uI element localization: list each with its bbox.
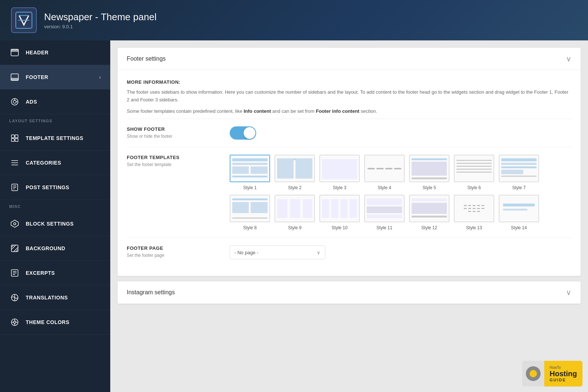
template-style-1[interactable]: Style 1 [230,155,270,190]
template-thumb-5 [409,155,449,182]
sidebar-item-template-settings[interactable]: TEMPLATE SETTINGS [0,126,110,151]
template-style-14[interactable]: Style 14 [499,195,539,230]
template-label-6: Style 6 [467,185,481,190]
footer-page-label-col: FOOTER PAGE Set the footer page [127,245,230,258]
template-thumb-8 [230,195,270,222]
template-settings-icon [9,133,20,144]
sidebar-label-footer: FOOTER [26,74,48,80]
more-info-text1: The footer uses sidebars to show informa… [127,89,571,104]
template-label-7: Style 7 [512,185,526,190]
template-thumb-1 [230,155,270,182]
collapse-chevron[interactable]: ∨ [566,54,571,63]
footer-settings-title: Footer settings [127,55,166,62]
template-thumb-11 [364,195,405,222]
top-header: Newspaper - Theme panel version: 9.0.1 [0,0,588,40]
instagram-settings-header: Instagram settings ∨ [118,281,581,304]
template-style-13[interactable]: Style 13 [454,195,494,230]
template-thumb-14 [499,195,539,222]
template-style-4[interactable]: Style 4 [364,155,405,190]
show-footer-row: SHOW FOOTER Show or hide the footer [127,119,571,147]
sidebar-arrow-footer: › [99,74,101,80]
sidebar-label-excerpts: EXCERPTS [26,270,55,276]
watermark-how: HowTo [550,366,577,370]
sidebar-item-ads[interactable]: ADS [0,90,110,114]
footer-page-row: FOOTER PAGE Set the footer page - No pag… [127,238,571,267]
sidebar-label-template-settings: TEMPLATE SETTINGS [26,135,83,141]
content-area: Footer settings ∨ MORE INFORMATION: The … [110,40,588,392]
ads-icon [9,96,20,107]
template-thumb-3 [319,155,360,182]
sidebar-item-background[interactable]: BACKGROUND [0,236,110,261]
template-label-13: Style 13 [466,225,482,230]
sidebar-item-categories[interactable]: CATEGORIES [0,151,110,175]
sidebar-label-background: BACKGROUND [26,245,65,251]
template-label-10: Style 10 [331,225,347,230]
instagram-settings-title: Instagram settings [127,289,175,296]
footer-page-desc: Set the footer page [127,253,230,258]
template-style-8[interactable]: Style 8 [230,195,270,230]
footer-page-control: - No page - ∨ [230,245,571,259]
excerpts-icon [9,267,20,278]
template-style-11[interactable]: Style 11 [364,195,405,230]
watermark-icon [522,361,544,386]
svg-rect-9 [11,135,14,138]
sidebar-label-ads: ADS [26,99,37,105]
more-info-post: section. [361,108,377,114]
more-info-text2: Some footer templates contain predefined… [127,108,571,115]
template-label-11: Style 11 [376,225,392,230]
main-layout: HEADER FOOTER › ADS [0,40,588,392]
layout-settings-label: LAYOUT SETTINGS [0,114,110,126]
watermark: HowTo Hosting GUIDE [522,361,582,386]
template-style-10[interactable]: Style 10 [319,195,360,230]
template-thumb-6 [454,155,494,182]
template-style-9[interactable]: Style 9 [275,195,315,230]
template-label-9: Style 9 [288,225,302,230]
sidebar-label-translations: TRANSLATIONS [26,295,68,301]
more-info-mid: and can be set from [272,108,316,114]
sidebar-label-block-settings: BLOCK SETTINGS [26,221,74,227]
header-title: Newspaper - Theme panel version: 9.0.1 [44,11,157,29]
footer-page-select[interactable]: - No page - ∨ [230,245,325,259]
template-thumb-9 [275,195,315,222]
template-label-5: Style 5 [423,185,436,190]
instagram-collapse-chevron[interactable]: ∨ [566,288,571,297]
template-thumb-2 [275,155,315,182]
sidebar-item-post-settings[interactable]: POST SETTINGS [0,175,110,200]
sidebar-item-block-settings[interactable]: BLOCK SETTINGS [0,212,110,236]
svg-marker-20 [11,220,18,227]
show-footer-desc: Show or hide the footer [127,134,230,139]
sidebar-item-header[interactable]: HEADER [0,40,110,65]
translations-icon [9,292,20,303]
footer-settings-body: MORE INFORMATION: The footer uses sideba… [118,70,581,276]
sidebar-item-theme-colors[interactable]: THEME COLORS [0,310,110,335]
sidebar-item-excerpts[interactable]: EXCERPTS [0,261,110,285]
template-label-2: Style 2 [288,185,302,190]
more-info-pre: Some footer templates contain predefined… [127,108,244,114]
template-thumb-13 [454,195,494,222]
template-thumb-4 [364,155,405,182]
template-style-2[interactable]: Style 2 [275,155,315,190]
footer-settings-card: Footer settings ∨ MORE INFORMATION: The … [118,48,581,276]
template-style-12[interactable]: Style 12 [409,195,449,230]
template-style-3[interactable]: Style 3 [319,155,360,190]
show-footer-title: SHOW FOOTER [127,126,230,132]
post-settings-icon [9,182,20,193]
sidebar-item-translations[interactable]: TRANSLATIONS [0,285,110,310]
misc-label: MISC [0,200,110,212]
categories-icon [9,157,20,168]
sidebar-label-post-settings: POST SETTINGS [26,184,69,190]
watermark-text: HowTo Hosting GUIDE [544,361,582,386]
template-style-5[interactable]: Style 5 [409,155,449,190]
toggle-knob [244,127,255,139]
footer-page-value: - No page - [234,250,258,255]
footer-templates-label-col: FOOTER TEMPLATES Set the footer template [127,155,230,167]
more-info-label: MORE INFORMATION: [127,79,571,85]
show-footer-label-col: SHOW FOOTER Show or hide the footer [127,126,230,139]
template-style-6[interactable]: Style 6 [454,155,494,190]
svg-point-30 [14,321,16,323]
show-footer-toggle[interactable] [230,126,256,140]
template-style-7[interactable]: Style 7 [499,155,539,190]
template-label-1: Style 1 [243,185,257,190]
svg-rect-2 [11,49,18,52]
sidebar-item-footer[interactable]: FOOTER › [0,65,110,90]
